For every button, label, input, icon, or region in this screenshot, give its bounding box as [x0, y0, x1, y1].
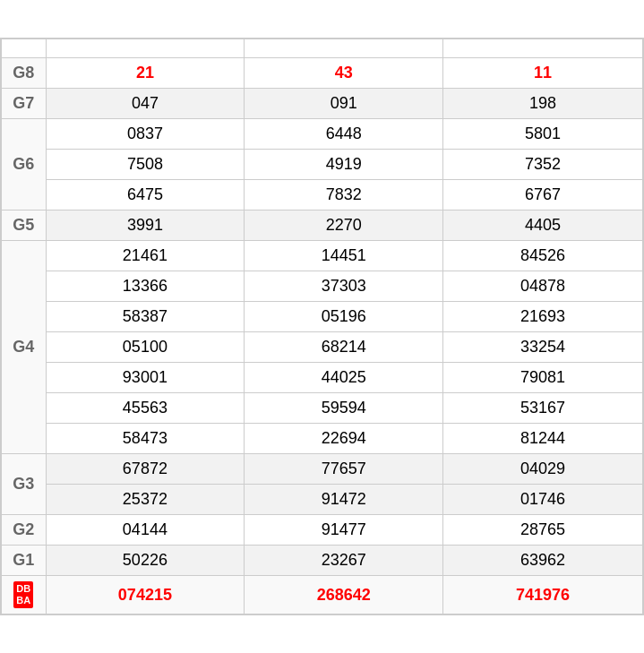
g4-can-tho-1: 37303	[245, 271, 443, 301]
g8-dong-nai: 21	[46, 57, 245, 88]
row-g6-0: G6 0837 6448 5801	[1, 118, 643, 149]
label-g3: G3	[1, 453, 46, 514]
g4-soc-trang-0: 84526	[443, 240, 643, 271]
header-row	[1, 39, 643, 58]
g3-soc-trang-0: 04029	[443, 453, 643, 484]
g4-dong-nai-4: 93001	[46, 362, 245, 392]
db-soc-trang: 741976	[443, 575, 643, 614]
header-soc-trang	[443, 39, 643, 58]
label-g6: G6	[1, 118, 46, 210]
g6-dong-nai-0: 0837	[46, 118, 245, 149]
label-db: DBBA	[1, 575, 46, 614]
label-g2: G2	[1, 514, 46, 545]
g4-soc-trang-6: 81244	[443, 423, 643, 453]
g6-soc-trang-0: 5801	[443, 118, 643, 149]
row-g7: G7 047 091 198	[1, 88, 643, 118]
g5-soc-trang: 4405	[443, 210, 643, 240]
g4-dong-nai-2: 58387	[46, 301, 245, 331]
label-g7: G7	[1, 88, 46, 118]
g6-dong-nai-1: 7508	[46, 149, 245, 179]
g3-soc-trang-1: 01746	[443, 484, 643, 514]
g4-soc-trang-1: 04878	[443, 271, 643, 301]
g8-can-tho: 43	[245, 57, 443, 88]
g2-dong-nai: 04144	[46, 514, 245, 545]
row-g3-0: G3 67872 77657 04029	[1, 453, 643, 484]
row-g4-2: 58387 05196 21693	[1, 301, 643, 331]
header-label-col	[1, 39, 46, 58]
header-dong-nai	[46, 39, 245, 58]
g6-soc-trang-2: 6767	[443, 179, 643, 210]
g2-soc-trang: 28765	[443, 514, 643, 545]
g4-can-tho-2: 05196	[245, 301, 443, 331]
row-g3-1: 25372 91472 01746	[1, 484, 643, 514]
g4-can-tho-6: 22694	[245, 423, 443, 453]
header-can-tho	[245, 39, 443, 58]
row-g6-2: 6475 7832 6767	[1, 179, 643, 210]
row-g4-4: 93001 44025 79081	[1, 362, 643, 392]
g4-can-tho-5: 59594	[245, 392, 443, 423]
g4-can-tho-4: 44025	[245, 362, 443, 392]
label-g8: G8	[1, 57, 46, 88]
g8-soc-trang: 11	[443, 57, 643, 88]
g4-can-tho-3: 68214	[245, 331, 443, 362]
label-g1: G1	[1, 545, 46, 575]
g6-can-tho-1: 4919	[245, 149, 443, 179]
g4-soc-trang-4: 79081	[443, 362, 643, 392]
g1-can-tho: 23267	[245, 545, 443, 575]
g4-soc-trang-5: 53167	[443, 392, 643, 423]
g4-dong-nai-0: 21461	[46, 240, 245, 271]
label-g5: G5	[1, 210, 46, 240]
db-can-tho: 268642	[245, 575, 443, 614]
g6-can-tho-0: 6448	[245, 118, 443, 149]
g4-can-tho-0: 14451	[245, 240, 443, 271]
row-g6-1: 7508 4919 7352	[1, 149, 643, 179]
g2-can-tho: 91477	[245, 514, 443, 545]
g3-dong-nai-0: 67872	[46, 453, 245, 484]
label-g4: G4	[1, 240, 46, 453]
g3-can-tho-1: 91472	[245, 484, 443, 514]
g5-can-tho: 2270	[245, 210, 443, 240]
row-g4-0: G4 21461 14451 84526	[1, 240, 643, 271]
g4-dong-nai-5: 45563	[46, 392, 245, 423]
g6-soc-trang-1: 7352	[443, 149, 643, 179]
g7-soc-trang: 198	[443, 88, 643, 118]
g7-dong-nai: 047	[46, 88, 245, 118]
g4-soc-trang-2: 21693	[443, 301, 643, 331]
row-g4-5: 45563 59594 53167	[1, 392, 643, 423]
row-g4-6: 58473 22694 81244	[1, 423, 643, 453]
g4-dong-nai-3: 05100	[46, 331, 245, 362]
g5-dong-nai: 3991	[46, 210, 245, 240]
row-g2: G2 04144 91477 28765	[1, 514, 643, 545]
row-db: DBBA 074215 268642 741976	[1, 575, 643, 614]
g4-dong-nai-6: 58473	[46, 423, 245, 453]
row-g8: G8 21 43 11	[1, 57, 643, 88]
db-logo: DBBA	[13, 581, 33, 608]
g6-dong-nai-2: 6475	[46, 179, 245, 210]
g7-can-tho: 091	[245, 88, 443, 118]
lottery-results-table: G8 21 43 11G7 047 091 198G6 0837 6448 58…	[0, 38, 644, 615]
g4-dong-nai-1: 13366	[46, 271, 245, 301]
g1-soc-trang: 63962	[443, 545, 643, 575]
row-g1: G1 50226 23267 63962	[1, 545, 643, 575]
row-g5: G5 3991 2270 4405	[1, 210, 643, 240]
g4-soc-trang-3: 33254	[443, 331, 643, 362]
g1-dong-nai: 50226	[46, 545, 245, 575]
g3-can-tho-0: 77657	[245, 453, 443, 484]
db-dong-nai: 074215	[46, 575, 245, 614]
row-g4-3: 05100 68214 33254	[1, 331, 643, 362]
g3-dong-nai-1: 25372	[46, 484, 245, 514]
row-g4-1: 13366 37303 04878	[1, 271, 643, 301]
g6-can-tho-2: 7832	[245, 179, 443, 210]
